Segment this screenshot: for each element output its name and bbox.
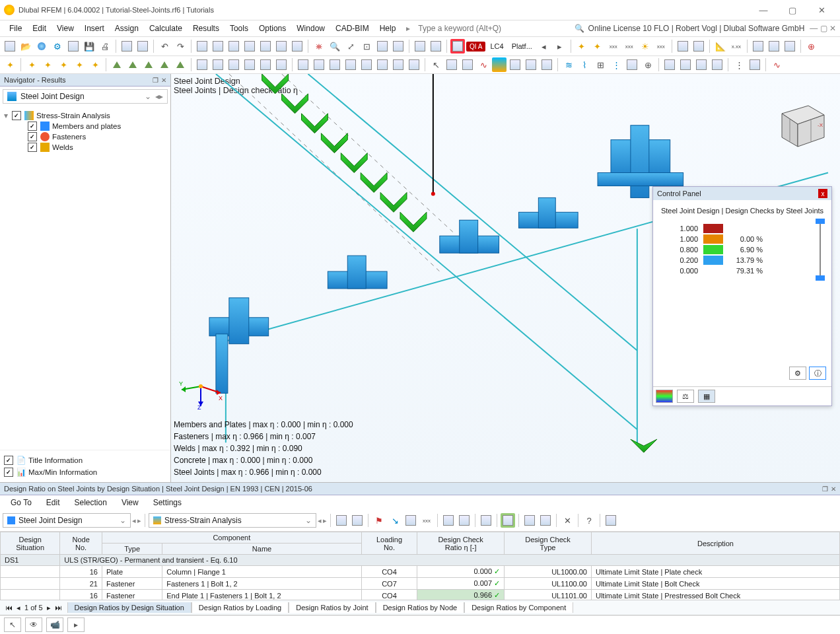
flag-icon[interactable] [450, 39, 465, 53]
prev-icon[interactable]: ◂ [537, 39, 551, 53]
grid-icon[interactable] [413, 39, 427, 53]
range-slider[interactable] [816, 219, 826, 281]
col-component[interactable]: Component [102, 532, 361, 544]
tbl-btn-2[interactable] [350, 513, 365, 528]
export-2-icon[interactable] [767, 39, 781, 53]
checkbox[interactable] [4, 468, 13, 477]
menu-tools[interactable]: Tools [225, 24, 254, 33]
tbl-btn-7[interactable] [501, 513, 515, 528]
view-6-icon[interactable] [274, 39, 289, 53]
support-4-icon[interactable] [157, 57, 172, 72]
model-icon[interactable] [375, 39, 390, 53]
gear-icon[interactable]: ⚙ [50, 39, 65, 53]
open-icon[interactable]: 📂 [18, 39, 33, 53]
table-dropdown-design[interactable]: Steel Joint Design⌄ [3, 513, 131, 528]
tbl-2-icon[interactable] [678, 57, 693, 72]
res-1-icon[interactable] [508, 57, 522, 72]
section-icon[interactable]: ⛯ [312, 39, 326, 53]
surf-3-icon[interactable] [227, 57, 241, 72]
maximize-button[interactable]: ▢ [778, 0, 807, 20]
export-3-icon[interactable] [783, 39, 797, 53]
cp-tab-filter[interactable]: ▦ [698, 390, 715, 403]
minimize-button[interactable]: — [749, 0, 778, 20]
tree-root[interactable]: ▾Stress-Strain Analysis [4, 110, 166, 121]
cursor-icon[interactable]: ↖ [4, 617, 21, 632]
diag-6-icon[interactable]: ⊕ [641, 57, 655, 72]
tbl-3-icon[interactable] [694, 57, 709, 72]
support-5-icon[interactable] [173, 57, 188, 72]
tbl-flag-icon[interactable]: ⚑ [372, 513, 386, 528]
export-1-icon[interactable] [751, 39, 765, 53]
surf-6-icon[interactable] [274, 57, 289, 72]
solid-5-icon[interactable] [359, 57, 374, 72]
member-5-icon[interactable] [88, 57, 102, 72]
solid-4-icon[interactable] [343, 57, 358, 72]
tree-fasteners[interactable]: Fasteners [4, 131, 166, 142]
menu-file[interactable]: File [4, 24, 27, 33]
close-button[interactable]: ✕ [807, 0, 836, 20]
target-icon[interactable]: ⊕ [804, 39, 819, 53]
tree-welds[interactable]: Welds [4, 142, 166, 153]
surf-2-icon[interactable] [211, 57, 225, 72]
sel-box-icon[interactable] [444, 57, 459, 72]
dd2-prev-icon[interactable]: ◂ [318, 516, 322, 525]
diag-5-icon[interactable] [625, 57, 639, 72]
menu-window[interactable]: Window [291, 24, 330, 33]
measure-icon[interactable]: 📐 [713, 39, 728, 53]
page-prev-icon[interactable]: ◂ [17, 604, 20, 612]
axes-icon[interactable] [429, 39, 443, 53]
support-1-icon[interactable] [110, 57, 124, 72]
cp-info-icon[interactable]: ⓘ [809, 367, 826, 380]
tool-1-icon[interactable] [676, 39, 690, 53]
search-input[interactable] [417, 23, 545, 34]
page-first-icon[interactable]: ⏮ [5, 604, 13, 612]
support-2-icon[interactable] [125, 57, 140, 72]
zoom-fit-icon[interactable]: ⤢ [343, 39, 358, 53]
tblmenu-edit[interactable]: Edit [40, 498, 67, 507]
tab-by-node[interactable]: Design Ratios by Node [376, 602, 465, 613]
surf-1-icon[interactable] [195, 57, 209, 72]
tbl-cross-icon[interactable]: ✕ [560, 513, 575, 528]
eye-icon[interactable]: 👁 [25, 617, 42, 632]
col-ratio[interactable]: Design Check Ratio η [-] [417, 532, 505, 555]
dim-icon[interactable]: x.xx [729, 39, 744, 53]
member-4-icon[interactable] [72, 57, 87, 72]
solid-1-icon[interactable] [296, 57, 310, 72]
menu-cadbim[interactable]: CAD-BIM [330, 24, 374, 33]
view-7-icon[interactable] [290, 39, 304, 53]
tab-by-component[interactable]: Design Ratios by Component [464, 602, 573, 613]
table-pager[interactable]: ⏮ ◂ 1 of 5 ▸ ⏭ [0, 604, 67, 612]
curve-icon[interactable]: ∿ [769, 57, 784, 72]
diag-1-icon[interactable]: ≋ [561, 57, 576, 72]
loadcase-label[interactable]: LC4 [487, 41, 507, 52]
results-color-icon[interactable] [492, 57, 507, 72]
dd-next-icon[interactable]: ▸ [137, 516, 141, 525]
tbl-btn-1[interactable] [334, 513, 349, 528]
col-situation[interactable]: Design Situation [1, 532, 60, 555]
support-3-icon[interactable] [141, 57, 156, 72]
qla-badge[interactable]: QI A [466, 42, 485, 52]
solid-2-icon[interactable] [312, 57, 326, 72]
print-icon[interactable]: 🖨 [98, 39, 112, 53]
sel-arrow-icon[interactable]: ↖ [429, 57, 443, 72]
view-5-icon[interactable] [258, 39, 273, 53]
res-2-icon[interactable] [524, 57, 538, 72]
close-panel-icon[interactable]: ✕ [161, 77, 166, 84]
tbl-btn-5[interactable] [457, 513, 472, 528]
tbl-btn-9[interactable] [538, 513, 553, 528]
viewport-3d[interactable]: Steel Joint Design Steel Joints | Design… [171, 74, 840, 482]
member-2-icon[interactable] [40, 57, 55, 72]
surf-4-icon[interactable] [242, 57, 257, 72]
view-3-icon[interactable] [227, 39, 241, 53]
view-4-icon[interactable] [242, 39, 257, 53]
checkbox[interactable] [12, 111, 21, 120]
cloud-icon[interactable] [34, 39, 49, 53]
menu-edit[interactable]: Edit [27, 24, 52, 33]
menu-assign[interactable]: Assign [110, 24, 144, 33]
undock-icon[interactable]: ❐ [822, 485, 828, 493]
col-node[interactable]: Node No. [60, 532, 102, 555]
xxx-3-icon[interactable]: xxx [654, 39, 668, 53]
dd2-next-icon[interactable]: ▸ [323, 516, 327, 525]
diag-2-icon[interactable]: ⌇ [577, 57, 592, 72]
new-icon[interactable] [3, 39, 17, 53]
